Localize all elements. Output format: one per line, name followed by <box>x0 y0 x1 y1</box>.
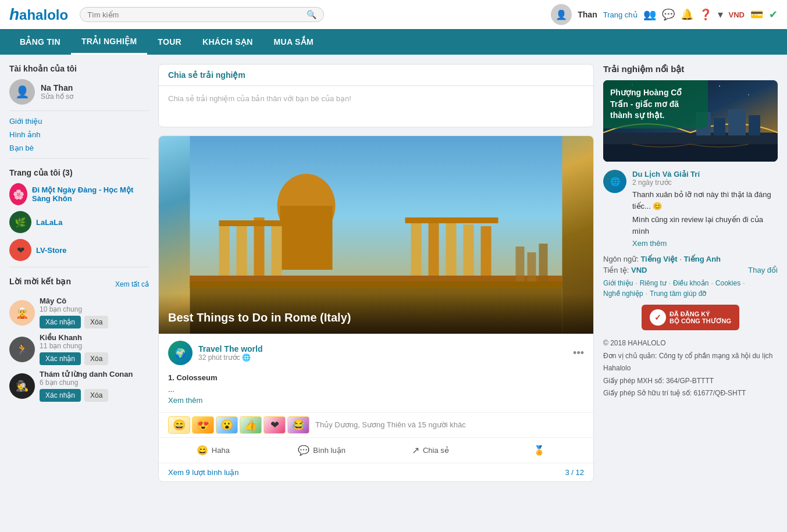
header: hahalolo 🔍 👤 Than Trang chủ 👥 💬 🔔 ❓ ▾ VN… <box>0 0 787 29</box>
featured-post-avatar[interactable]: 🌐 <box>603 170 626 193</box>
footer-terms[interactable]: Điều khoản <box>673 279 708 287</box>
page-item-2[interactable]: 🌿 LaLaLa <box>9 211 149 233</box>
help-icon[interactable]: ❓ <box>699 8 712 21</box>
badge-text2: BỘ CÔNG THƯƠNG <box>670 317 731 325</box>
profile-avatar[interactable]: 👤 <box>9 79 35 105</box>
share-box: Chia sẻ trải nghiệm Chia sẻ trải nghiệm … <box>158 64 594 127</box>
verified-icon[interactable]: ✔ <box>769 8 778 21</box>
featured-post-name[interactable]: Du Lịch Và Giải Trí <box>632 170 778 178</box>
pages-section: Trang của tôi (3) 🌸 Đi Một Ngày Đàng - H… <box>9 168 149 267</box>
comment-button[interactable]: 💬 Bình luận <box>268 440 376 460</box>
currency-label: Tiền tệ: <box>603 266 629 274</box>
nav-item-khachsan[interactable]: KHÁCH SẠN <box>192 29 263 55</box>
delete-btn-1[interactable]: Xóa <box>84 316 108 329</box>
page-avatar-3: ❤ <box>9 239 31 261</box>
friends-icon[interactable]: 👥 <box>643 8 656 21</box>
profile-edit-link[interactable]: Sửa hồ sơ <box>41 92 73 101</box>
search-bar[interactable]: 🔍 <box>80 7 324 22</box>
friend-actions-2: Xác nhận Xóa <box>40 352 149 365</box>
friends-link[interactable]: Bạn bè <box>9 144 149 152</box>
nav-home-link[interactable]: Trang chủ <box>603 10 638 19</box>
nav-item-tour[interactable]: TOUR <box>147 29 192 55</box>
notifications-icon[interactable]: 🔔 <box>681 8 693 21</box>
comments-footer[interactable]: Xem 9 lượt bình luận 3 / 12 <box>159 463 593 481</box>
lang-vi-link[interactable]: Tiếng Việt <box>640 255 677 263</box>
license2: Giấy phép Sở hữu trí tuệ số: 61677/QĐ-SH… <box>603 387 778 400</box>
main-feed: Chia sẻ trải nghiệm Chia sẻ trải nghiệm … <box>158 64 594 482</box>
featured-see-more[interactable]: Xem thêm <box>632 239 778 248</box>
svg-rect-8 <box>411 220 422 281</box>
friend-actions-3: Xác nhận Xóa <box>40 389 149 402</box>
friend-info-3: Thám tử lừng danh Conan 6 bạn chung Xác … <box>40 370 149 402</box>
reaction-1: 😄 <box>168 416 190 434</box>
search-icon[interactable]: 🔍 <box>307 10 316 19</box>
svg-rect-10 <box>446 222 457 281</box>
footer-private[interactable]: Riêng tư <box>640 279 667 287</box>
post-time: 32 phút trước 🌐 <box>198 354 567 362</box>
confirm-btn-3[interactable]: Xác nhận <box>40 389 81 402</box>
currency-change-link[interactable]: Thay đổi <box>748 266 778 274</box>
featured-title: Trải nghiệm nổi bật <box>603 64 778 74</box>
footer-copyright: © 2018 HAHALOLO Đơn vị chủ quản: Công ty… <box>603 337 778 400</box>
header-username: Than <box>578 10 597 19</box>
svg-rect-16 <box>190 281 562 288</box>
wallet-icon[interactable]: 💳 <box>750 8 763 21</box>
post-more-button[interactable]: ••• <box>573 347 584 359</box>
currency-display[interactable]: VND <box>729 10 745 19</box>
see-all-link[interactable]: Xem tất cả <box>115 280 149 288</box>
friend-mutual-2: 11 bạn chung <box>40 342 149 350</box>
view-comments-link[interactable]: Xem 9 lượt bình luận <box>168 468 239 477</box>
share-button[interactable]: ↗ Chia sẻ <box>376 440 485 460</box>
featured-card: Phượng Hoàng Cổ Trấn - giấc mơ đã thành … <box>603 80 778 162</box>
post-author-avatar[interactable]: 🌍 <box>168 341 193 365</box>
page-item-1[interactable]: 🌸 Đi Một Ngày Đàng - Học Một Sàng Khôn <box>9 183 149 205</box>
intro-link[interactable]: Giới thiệu <box>9 117 149 126</box>
search-input[interactable] <box>87 10 307 19</box>
share-box-input[interactable]: Chia sẻ trải nghiệm của bản thân với bạn… <box>159 86 593 127</box>
post-content-ellipsis: ... <box>168 384 584 395</box>
nav-item-trainghiem[interactable]: TRẢI NGHIỆM <box>71 29 147 55</box>
reaction-3: 😮 <box>216 416 238 434</box>
chevron-down-icon[interactable]: ▾ <box>718 8 723 21</box>
profile-name: Na Than <box>41 83 73 92</box>
badge-text1: ĐÃ ĐĂNG KÝ <box>670 310 731 317</box>
footer-intro[interactable]: Giới thiệu <box>603 279 633 287</box>
see-more-link[interactable]: Xem thêm <box>168 396 202 405</box>
friend-name-2: Kiều Khanh <box>40 333 149 342</box>
footer-cookies[interactable]: Cookies <box>715 279 740 287</box>
post-meta: Travel The world 32 phút trước 🌐 <box>198 344 567 362</box>
post-author-name[interactable]: Travel The world <box>198 344 567 354</box>
logo-h: h <box>9 5 19 23</box>
divider3 <box>9 267 149 267</box>
friend-requests-header: Lời mời kết bạn Xem tất cả <box>9 277 149 292</box>
nav-item-muasam[interactable]: MUA SẮM <box>263 29 324 55</box>
reaction-images: 😄 😍 😮 👍 ❤ 😂 <box>168 416 309 434</box>
reaction-2: 😍 <box>192 416 214 434</box>
nav-item-bangtin[interactable]: BẢNG TIN <box>9 29 71 55</box>
svg-rect-29 <box>714 118 725 135</box>
currency-val: VND <box>631 266 647 274</box>
account-section: Tài khoản của tôi 👤 Na Than Sửa hồ sơ Gi… <box>9 64 149 159</box>
footer-help[interactable]: Trung tâm giúp đỡ <box>650 290 706 298</box>
post-card: Best Things to Do in Rome (Italy) 🌍 Trav… <box>158 135 594 482</box>
footer-career[interactable]: Nghề nghiệp <box>603 290 643 298</box>
confirm-btn-2[interactable]: Xác nhận <box>40 352 81 365</box>
main-nav: BẢNG TIN TRẢI NGHIỆM TOUR KHÁCH SẠN MUA … <box>0 29 787 55</box>
featured-post-info: Du Lịch Và Giải Trí 2 ngày trước Thanh x… <box>632 170 778 248</box>
react-button[interactable]: 🏅 <box>485 440 593 460</box>
photos-link[interactable]: Hình ảnh <box>9 130 149 139</box>
page-item-3[interactable]: ❤ LV-Store <box>9 239 149 261</box>
header-right: 👤 Than Trang chủ 👥 💬 🔔 ❓ ▾ VND 💳 ✔ <box>551 4 778 25</box>
svg-rect-13 <box>219 220 289 226</box>
logo[interactable]: hahalolo <box>9 5 68 24</box>
confirm-btn-1[interactable]: Xác nhận <box>40 316 81 329</box>
messages-icon[interactable]: 💬 <box>662 8 675 21</box>
haha-button[interactable]: 😄 Haha <box>159 440 268 460</box>
lang-en-link[interactable]: Tiếng Anh <box>683 255 721 263</box>
svg-rect-11 <box>464 224 474 281</box>
haha-label: Haha <box>212 446 230 455</box>
user-avatar[interactable]: 👤 <box>551 4 572 25</box>
share-label: Chia sẻ <box>423 446 449 455</box>
delete-btn-2[interactable]: Xóa <box>84 352 108 365</box>
delete-btn-3[interactable]: Xóa <box>84 389 108 402</box>
